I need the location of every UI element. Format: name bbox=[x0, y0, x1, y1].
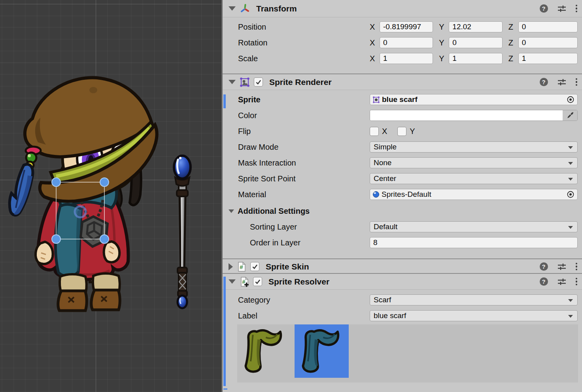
character-sprite[interactable] bbox=[9, 78, 157, 311]
axis-x-label: X bbox=[370, 38, 380, 47]
scale-z-field[interactable]: 1 bbox=[518, 53, 578, 64]
label-dropdown[interactable]: blue scarf bbox=[370, 310, 578, 321]
help-icon[interactable]: ? bbox=[540, 277, 548, 286]
draw-mode-row: Draw Mode Simple bbox=[238, 141, 578, 153]
axis-y-label: Y bbox=[439, 54, 449, 63]
eyedropper-icon[interactable] bbox=[563, 110, 577, 121]
component-enabled-checkbox[interactable] bbox=[253, 277, 262, 286]
foldout-open-icon[interactable] bbox=[229, 6, 236, 11]
mask-interaction-dropdown[interactable]: None bbox=[370, 157, 578, 168]
rotation-x-field[interactable]: 0 bbox=[380, 37, 433, 48]
flip-y-checkbox[interactable] bbox=[397, 127, 406, 136]
selection-handle-top-left[interactable] bbox=[52, 178, 60, 187]
field-label: Position bbox=[238, 23, 370, 32]
selection-handle-bottom-right[interactable] bbox=[100, 235, 109, 243]
order-in-layer-field[interactable]: 8 bbox=[370, 237, 578, 248]
sprite-renderer-header[interactable]: Sprite Renderer ? bbox=[223, 74, 582, 90]
blue-scarf-image bbox=[297, 326, 346, 376]
sprite-thumbnail-blue-scarf[interactable] bbox=[295, 324, 349, 378]
color-field[interactable] bbox=[370, 110, 578, 121]
help-icon[interactable]: ? bbox=[540, 4, 548, 13]
component-sprite-skin: # Sprite Skin ? bbox=[223, 259, 582, 274]
sprite-thumbnail-green-scarf[interactable] bbox=[237, 324, 291, 378]
presets-icon[interactable] bbox=[557, 263, 566, 271]
unity-editor-window: Transform ? Position X-0.8199997 Y12.02 … bbox=[0, 0, 582, 392]
foldout-closed-icon[interactable] bbox=[229, 263, 233, 270]
category-row: Category Scarf bbox=[238, 294, 578, 305]
presets-icon[interactable] bbox=[557, 278, 566, 286]
draw-mode-dropdown[interactable]: Simple bbox=[370, 141, 578, 153]
object-picker-icon[interactable] bbox=[567, 190, 574, 198]
context-menu-icon[interactable] bbox=[576, 263, 578, 271]
rotation-y-field[interactable]: 0 bbox=[449, 37, 502, 48]
material-icon bbox=[372, 191, 380, 198]
help-icon[interactable]: ? bbox=[540, 78, 548, 86]
position-y-field[interactable]: 12.02 bbox=[449, 21, 502, 32]
sprite-object-field[interactable]: blue scarf bbox=[370, 94, 578, 105]
component-sprite-renderer: Sprite Renderer ? Sprite bbox=[223, 74, 582, 259]
scale-x-field[interactable]: 1 bbox=[380, 53, 433, 64]
field-label: Order in Layer bbox=[238, 238, 370, 247]
component-transform: Transform ? Position X-0.8199997 Y12.02 … bbox=[223, 0, 582, 74]
prefab-override-bar bbox=[223, 277, 226, 386]
axis-x-label: X bbox=[370, 23, 380, 32]
sprite-sort-point-row: Sprite Sort Point Center bbox=[238, 173, 578, 184]
material-value: Sprites-Default bbox=[382, 190, 431, 199]
axis-z-label: Z bbox=[508, 23, 518, 32]
context-menu-icon[interactable] bbox=[576, 278, 578, 286]
context-menu-icon[interactable] bbox=[576, 78, 578, 86]
sprite-row: Sprite blue scarf bbox=[238, 94, 578, 105]
selection-handle-top-right[interactable] bbox=[100, 178, 109, 187]
field-label: Scale bbox=[238, 54, 370, 63]
pivot-indicator[interactable] bbox=[75, 206, 86, 217]
foldout-open-icon[interactable] bbox=[229, 80, 236, 84]
material-object-field[interactable]: Sprites-Default bbox=[370, 189, 578, 200]
field-label: Mask Interaction bbox=[238, 158, 370, 168]
additional-settings-foldout[interactable]: Additional Settings bbox=[229, 205, 578, 217]
group-label: Additional Settings bbox=[238, 207, 310, 216]
color-swatch[interactable] bbox=[370, 110, 563, 121]
green-scarf-image bbox=[240, 326, 289, 376]
position-row: Position X-0.8199997 Y12.02 Z0 bbox=[238, 21, 578, 32]
flip-row: Flip X Y bbox=[238, 126, 578, 137]
sorting-layer-dropdown[interactable]: Default bbox=[370, 221, 578, 232]
object-picker-icon[interactable] bbox=[567, 96, 574, 104]
presets-icon[interactable] bbox=[557, 78, 566, 86]
axis-y-label: Y bbox=[439, 38, 449, 47]
component-sprite-resolver: # Sprite Resolver ? Category Scarf bbox=[223, 274, 582, 390]
flip-x-label: X bbox=[382, 127, 387, 136]
position-z-field[interactable]: 0 bbox=[518, 21, 578, 32]
field-label: Color bbox=[238, 111, 370, 120]
staff-sprite[interactable] bbox=[174, 156, 191, 308]
help-icon[interactable]: ? bbox=[540, 262, 548, 271]
field-label: Category bbox=[238, 296, 370, 305]
presets-icon[interactable] bbox=[557, 5, 566, 13]
scale-y-field[interactable]: 1 bbox=[449, 53, 502, 64]
field-label: Sprite Sort Point bbox=[238, 174, 370, 183]
scene-canvas bbox=[0, 0, 221, 392]
component-enabled-checkbox[interactable] bbox=[254, 77, 263, 87]
script-plus-icon: # bbox=[240, 277, 249, 287]
position-x-field[interactable]: -0.8199997 bbox=[380, 21, 433, 32]
rotation-z-field[interactable]: 0 bbox=[518, 37, 578, 48]
scene-view[interactable] bbox=[0, 0, 223, 392]
axis-x-label: X bbox=[370, 54, 380, 63]
script-icon: # bbox=[237, 262, 246, 272]
foldout-open-icon[interactable] bbox=[229, 209, 234, 213]
flip-x-checkbox[interactable] bbox=[370, 127, 379, 136]
field-label: Sprite bbox=[238, 95, 370, 104]
sprite-skin-header[interactable]: # Sprite Skin ? bbox=[223, 259, 582, 274]
field-label: Label bbox=[238, 311, 370, 320]
selection-handle-bottom-left[interactable] bbox=[52, 235, 60, 243]
component-title: Sprite Resolver bbox=[268, 277, 329, 286]
component-enabled-checkbox[interactable] bbox=[250, 262, 259, 271]
transform-header[interactable]: Transform ? bbox=[223, 0, 582, 17]
field-label: Draw Mode bbox=[238, 143, 370, 152]
sprite-sort-point-dropdown[interactable]: Center bbox=[370, 173, 578, 184]
foldout-open-icon[interactable] bbox=[229, 279, 236, 284]
sprite-resolver-header[interactable]: # Sprite Resolver ? bbox=[223, 274, 582, 290]
label-row: Label blue scarf bbox=[238, 310, 578, 321]
material-row: Material Sprites-Default bbox=[238, 189, 578, 200]
category-dropdown[interactable]: Scarf bbox=[370, 294, 578, 305]
context-menu-icon[interactable] bbox=[576, 5, 578, 13]
